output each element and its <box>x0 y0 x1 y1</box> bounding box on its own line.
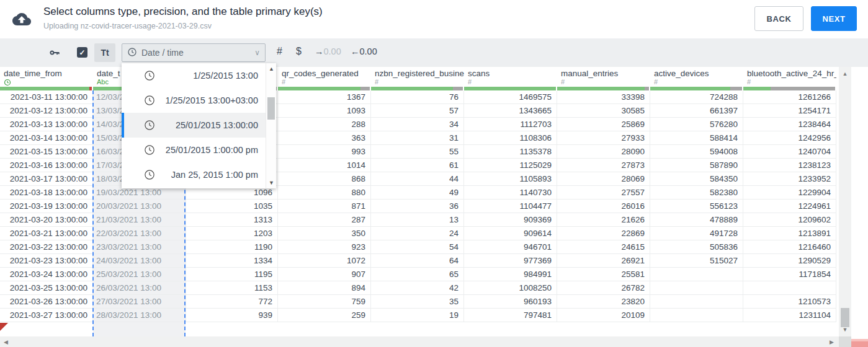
table-cell[interactable]: 594008 <box>650 145 743 158</box>
table-cell[interactable]: 1229904 <box>743 186 836 199</box>
table-cell[interactable]: 2021-03-21 13:00:00 <box>0 227 93 240</box>
table-cell[interactable]: 27/03/2021 13:00 <box>93 295 186 308</box>
table-cell[interactable]: 1213891 <box>743 227 836 240</box>
table-cell[interactable]: 2021-03-26 13:00:00 <box>0 295 93 308</box>
table-cell[interactable]: 977369 <box>464 254 557 267</box>
boolean-type-checkbox[interactable]: ✓ <box>77 47 87 58</box>
table-cell[interactable]: 26016 <box>557 200 650 213</box>
table-cell[interactable]: 1195 <box>186 268 278 281</box>
table-cell[interactable]: 2021-03-24 13:00:00 <box>0 268 93 281</box>
table-cell[interactable]: 27933 <box>557 131 650 144</box>
primary-key-icon[interactable] <box>48 47 61 58</box>
table-cell[interactable]: 1367 <box>278 90 371 103</box>
table-cell[interactable]: 36 <box>371 200 464 213</box>
table-cell[interactable]: 1125029 <box>464 159 557 172</box>
table-cell[interactable]: 1112703 <box>464 118 557 131</box>
back-button[interactable]: BACK <box>754 6 803 31</box>
table-cell[interactable]: 24615 <box>557 240 650 253</box>
table-cell[interactable]: 772 <box>186 295 278 308</box>
table-cell[interactable]: 661397 <box>650 104 743 117</box>
format-option[interactable]: Jan 25, 2015 1:00 pm <box>122 162 266 187</box>
table-cell[interactable]: 505836 <box>650 240 743 253</box>
table-cell[interactable]: 19 <box>371 309 464 322</box>
table-cell[interactable]: 960193 <box>464 295 557 308</box>
table-cell[interactable]: 1224961 <box>743 200 836 213</box>
table-cell[interactable]: 909369 <box>464 213 557 226</box>
table-cell[interactable]: 21/03/2021 13:00 <box>93 213 186 226</box>
table-cell[interactable]: 1261266 <box>743 90 836 103</box>
table-cell[interactable]: 1313 <box>186 213 278 226</box>
table-cell[interactable]: 26921 <box>557 254 650 267</box>
scroll-up-icon[interactable]: ▲ <box>266 66 277 72</box>
table-cell[interactable]: 363 <box>278 131 371 144</box>
table-cell[interactable]: 984991 <box>464 268 557 281</box>
table-cell[interactable]: 1210573 <box>743 295 836 308</box>
next-button[interactable]: NEXT <box>811 6 857 31</box>
table-cell[interactable]: 584350 <box>650 172 743 185</box>
table-cell[interactable]: 1093 <box>278 104 371 117</box>
table-cell[interactable]: 2021-03-19 13:00:00 <box>0 200 93 213</box>
table-cell[interactable]: 946701 <box>464 240 557 253</box>
table-cell[interactable]: 2021-03-23 13:00:00 <box>0 254 93 267</box>
format-option[interactable]: 1/25/2015 13:00+03:00 <box>122 88 266 113</box>
table-cell[interactable]: 1231104 <box>743 309 836 322</box>
table-cell[interactable]: 582380 <box>650 186 743 199</box>
table-cell[interactable]: 23/03/2021 13:00 <box>93 240 186 253</box>
table-cell[interactable]: 939 <box>186 309 278 322</box>
scroll-down-icon[interactable]: ▼ <box>266 180 277 186</box>
table-cell[interactable]: 1209602 <box>743 213 836 226</box>
table-cell[interactable]: 1254171 <box>743 104 836 117</box>
table-cell[interactable]: 2021-03-16 13:00:00 <box>0 159 93 172</box>
table-cell[interactable]: 556123 <box>650 200 743 213</box>
table-cell[interactable]: 1190 <box>186 240 278 253</box>
table-cell[interactable]: 724288 <box>650 90 743 103</box>
vertical-scroll-thumb[interactable] <box>841 308 849 327</box>
table-cell[interactable]: 2021-03-17 13:00:00 <box>0 172 93 185</box>
format-option[interactable]: 1/25/2015 13:00 <box>122 63 266 88</box>
table-cell[interactable]: 894 <box>278 281 371 294</box>
table-cell[interactable]: 49 <box>371 186 464 199</box>
table-cell[interactable] <box>650 281 743 294</box>
table-cell[interactable] <box>650 309 743 322</box>
table-cell[interactable]: 587890 <box>650 159 743 172</box>
format-option[interactable]: 25/01/2015 1:00:00 pm <box>122 138 266 162</box>
table-cell[interactable]: 42 <box>371 281 464 294</box>
table-cell[interactable]: 1105893 <box>464 172 557 185</box>
table-cell[interactable]: 13 <box>371 213 464 226</box>
table-cell[interactable]: 907 <box>278 268 371 281</box>
scroll-left-icon[interactable]: ◀ <box>4 339 8 345</box>
table-cell[interactable] <box>650 268 743 281</box>
table-cell[interactable]: 1171854 <box>743 268 836 281</box>
table-cell[interactable]: 1108306 <box>464 131 557 144</box>
table-cell[interactable]: 27873 <box>557 159 650 172</box>
table-cell[interactable]: 1343665 <box>464 104 557 117</box>
table-cell[interactable]: 65 <box>371 268 464 281</box>
table-cell[interactable]: 34 <box>371 118 464 131</box>
scroll-right-icon[interactable]: ▶ <box>830 339 834 345</box>
table-cell[interactable]: 2021-03-22 13:00:00 <box>0 240 93 253</box>
table-cell[interactable]: 1135378 <box>464 145 557 158</box>
table-cell[interactable]: 1334 <box>186 254 278 267</box>
table-cell[interactable]: 54 <box>371 240 464 253</box>
table-cell[interactable]: 26782 <box>557 281 650 294</box>
table-cell[interactable]: 1233952 <box>743 172 836 185</box>
table-cell[interactable]: 25581 <box>557 268 650 281</box>
table-cell[interactable]: 55 <box>371 145 464 158</box>
table-cell[interactable]: 1203 <box>186 227 278 240</box>
table-cell[interactable]: 25869 <box>557 118 650 131</box>
table-cell[interactable]: 2021-03-14 13:00:00 <box>0 131 93 144</box>
text-type-button[interactable]: Tt <box>94 43 115 62</box>
table-cell[interactable]: 25/03/2021 13:00 <box>93 268 186 281</box>
table-cell[interactable]: 1008250 <box>464 281 557 294</box>
scroll-down-icon[interactable]: ▼ <box>839 327 851 333</box>
table-cell[interactable]: 871 <box>278 200 371 213</box>
table-cell[interactable]: 27557 <box>557 186 650 199</box>
table-cell[interactable]: 1469575 <box>464 90 557 103</box>
table-cell[interactable]: 24 <box>371 227 464 240</box>
table-cell[interactable]: 1240704 <box>743 145 836 158</box>
table-cell[interactable]: 2021-03-25 13:00:00 <box>0 281 93 294</box>
table-cell[interactable]: 33398 <box>557 90 650 103</box>
table-cell[interactable]: 588414 <box>650 131 743 144</box>
column-header-nzbn_registered_busine[interactable]: nzbn_registered_busine# <box>371 67 464 87</box>
table-cell[interactable]: 880 <box>278 186 371 199</box>
